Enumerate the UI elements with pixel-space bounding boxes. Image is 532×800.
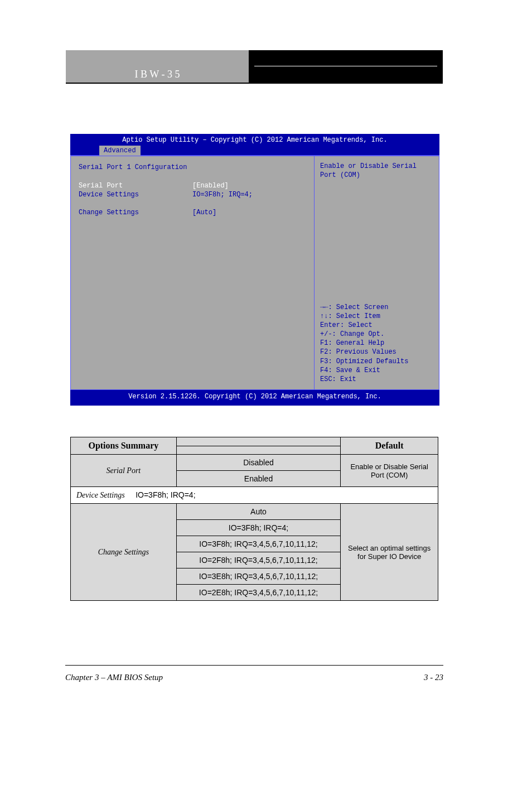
cell-opt: Auto (176, 504, 341, 520)
cell-opt: Enabled (176, 471, 341, 487)
key-line: F1: General Help (320, 339, 433, 348)
options-summary-table: Options Summary Default Serial Port Disa… (70, 437, 438, 601)
cell-change-settings-label: Change Settings (71, 504, 177, 601)
label-serial-port: Serial Port (79, 181, 192, 190)
value-change-settings: [Auto] (192, 208, 306, 217)
row-serial-port[interactable]: Serial Port [Enabled] (79, 181, 306, 190)
cell-serial-port-desc: Enable or Disable Serial Port (COM) (341, 455, 438, 487)
label-device-settings: Device Settings (79, 190, 192, 199)
cell-device-settings: Device Settings IO=3F8h; IRQ=4; (71, 487, 438, 504)
value-serial-port: [Enabled] (192, 181, 306, 190)
bios-tab-bar: Advanced (70, 146, 439, 155)
th-default: Default (341, 437, 438, 455)
cell-opt: IO=3F8h; IRQ=3,4,5,6,7,10,11,12; (176, 536, 341, 552)
cell-opt: IO=2F8h; IRQ=3,4,5,6,7,10,11,12; (176, 552, 341, 568)
row-device-settings: Device Settings IO=3F8h; IRQ=4; (71, 487, 438, 504)
bios-help-text: Enable or Disable Serial Port (COM) (320, 162, 433, 268)
bios-help-panel: Enable or Disable Serial Port (COM) →←: … (314, 156, 439, 390)
bios-key-legend: →←: Select Screen ↑↓: Select Item Enter:… (320, 303, 433, 384)
key-line: ↑↓: Select Item (320, 312, 433, 321)
cell-change-settings-desc: Select an optimal settings for Super IO … (341, 504, 438, 601)
key-line: +/-: Change Opt. (320, 330, 433, 339)
table-header-row: Options Summary Default (71, 437, 438, 446)
header-right (249, 50, 443, 84)
key-line: Enter: Select (320, 321, 433, 330)
cell-serial-port-label: Serial Port (71, 455, 177, 487)
page-footer: Chapter 3 – AMI BIOS Setup 3 - 23 (65, 673, 443, 682)
label-change-settings: Change Settings (79, 208, 192, 217)
bios-title: Aptio Setup Utility – Copyright (C) 2012… (70, 134, 439, 146)
key-line: →←: Select Screen (320, 303, 433, 312)
cell-opt: Disabled (176, 455, 341, 471)
page-header: I B W - 3 5 (66, 50, 443, 84)
key-line: F3: Optimized Defaults (320, 357, 433, 366)
section-heading: Serial Port 1 Configuration (79, 163, 306, 172)
device-settings-label: Device Settings (76, 491, 125, 499)
header-left: I B W - 3 5 (66, 50, 249, 84)
key-line: F2: Previous Values (320, 348, 433, 356)
key-line: F4: Save & Exit (320, 366, 433, 375)
cell-opt: IO=2E8h; IRQ=3,4,5,6,7,10,11,12; (176, 585, 341, 601)
bios-screenshot: Aptio Setup Utility – Copyright (C) 2012… (70, 134, 439, 406)
bios-main-panel: Serial Port 1 Configuration Serial Port … (70, 156, 314, 390)
th-options-summary: Options Summary (71, 437, 177, 455)
th-blank2 (176, 446, 341, 455)
model-code: I B W - 3 5 (135, 69, 180, 80)
row-device-settings: Device Settings IO=3F8h; IRQ=4; (79, 190, 306, 199)
footer-page: 3 - 23 (424, 673, 443, 682)
cell-opt: IO=3F8h; IRQ=4; (176, 520, 341, 536)
bios-body: Serial Port 1 Configuration Serial Port … (70, 155, 439, 390)
cell-opt: IO=3E8h; IRQ=3,4,5,6,7,10,11,12; (176, 568, 341, 585)
bios-footer: Version 2.15.1226. Copyright (C) 2012 Am… (70, 390, 439, 406)
footer-chapter: Chapter 3 – AMI BIOS Setup (65, 673, 163, 682)
row-change-settings-opt: Change Settings Auto Select an optimal s… (71, 504, 438, 520)
divider (254, 66, 437, 66)
device-settings-value: IO=3F8h; IRQ=4; (136, 490, 195, 499)
row-serial-port-opt: Serial Port Disabled Enable or Disable S… (71, 455, 438, 471)
key-line: ESC: Exit (320, 375, 433, 384)
value-device-settings: IO=3F8h; IRQ=4; (192, 190, 306, 199)
row-change-settings[interactable]: Change Settings [Auto] (79, 208, 306, 217)
th-blank (176, 437, 341, 446)
footer-divider (65, 665, 443, 666)
tab-advanced[interactable]: Advanced (99, 146, 141, 156)
